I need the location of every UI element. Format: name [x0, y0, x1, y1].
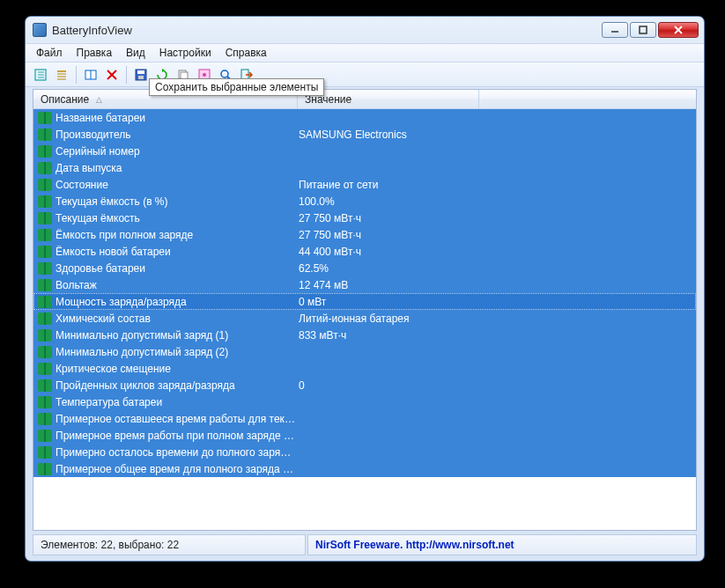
toolbar-properties-icon[interactable] [81, 65, 100, 85]
menu-options[interactable]: Настройки [152, 45, 218, 61]
row-description: Минимально допустимый заряд (2) [55, 346, 299, 358]
row-value: Питание от сети [299, 179, 475, 191]
toolbar-view-list-icon[interactable] [52, 65, 71, 85]
menu-file[interactable]: Файл [29, 45, 70, 61]
sort-indicator-icon: △ [96, 95, 102, 104]
table-row[interactable]: Серийный номер [33, 143, 696, 159]
list-body[interactable]: Название батареиПроизводительSAMSUNG Ele… [33, 109, 696, 530]
row-description: Название батареи [55, 112, 299, 124]
toolbar-separator [76, 66, 77, 84]
svg-rect-18 [138, 76, 144, 79]
row-value: 27 750 мВт·ч [299, 229, 475, 241]
app-icon [33, 23, 47, 37]
table-row[interactable]: Химический составЛитий-ионная батарея [33, 310, 696, 327]
battery-icon [38, 112, 52, 124]
menu-bar: Файл Правка Вид Настройки Справка [26, 43, 704, 62]
row-description: Температура батареи [55, 396, 299, 408]
battery-icon [38, 346, 52, 358]
row-value: 12 474 мВ [299, 279, 475, 291]
battery-icon [38, 296, 52, 308]
close-button[interactable] [658, 22, 699, 38]
row-description: Состояние [55, 179, 299, 191]
battery-icon [38, 413, 52, 425]
table-row[interactable]: Примерное оставшееся время работы для те… [33, 410, 696, 427]
table-row[interactable]: Ёмкость новой батареи44 400 мВт·ч [33, 243, 696, 260]
table-row[interactable]: Температура батареи [33, 393, 696, 410]
row-description: Примерно осталось времени до полного зар… [55, 446, 299, 459]
window-title: BatteryInfoView [52, 24, 602, 37]
battery-icon [38, 430, 52, 442]
row-description: Здоровье батареи [55, 262, 299, 275]
row-value: 0 мВт [299, 296, 475, 308]
row-value: 833 мВт·ч [299, 329, 475, 342]
battery-icon [38, 312, 52, 325]
battery-icon [38, 379, 52, 392]
row-value: 0 [299, 379, 475, 392]
table-row[interactable]: Текущая ёмкость27 750 мВт·ч [33, 209, 696, 226]
battery-icon [38, 162, 52, 174]
row-description: Примерное время работы при полном заряде… [55, 430, 299, 442]
row-description: Мощность заряда/разряда [55, 296, 299, 308]
status-link[interactable]: NirSoft Freeware. http://www.nirsoft.net [307, 534, 697, 555]
svg-rect-17 [137, 70, 144, 74]
table-row[interactable]: ПроизводительSAMSUNG Electronics [33, 126, 696, 143]
title-bar[interactable]: BatteryInfoView [26, 17, 704, 43]
row-description: Примерное общее время для полного заряда… [55, 463, 299, 475]
column-header-label: Описание [41, 93, 89, 106]
svg-point-23 [203, 73, 206, 77]
row-description: Дата выпуска [55, 162, 299, 174]
table-row[interactable]: Название батареи [33, 109, 696, 126]
list-header: Описание △ Значение [33, 90, 696, 109]
battery-icon [38, 329, 52, 342]
row-description: Минимально допустимый заряд (1) [55, 329, 299, 342]
table-row[interactable]: Критическое смещение [33, 360, 696, 377]
battery-icon [38, 279, 52, 291]
table-row[interactable]: Текущая ёмкость (в %)100.0% [33, 193, 696, 209]
row-value: SAMSUNG Electronics [299, 129, 475, 141]
row-description: Примерное оставшееся время работы для те… [55, 413, 299, 425]
row-description: Ёмкость при полном заряде [55, 229, 299, 241]
battery-icon [38, 195, 52, 208]
status-count: Элементов: 22, выбрано: 22 [33, 534, 306, 555]
battery-icon [38, 262, 52, 275]
app-window: BatteryInfoView Файл Правка Вид Настройк… [25, 16, 705, 562]
table-row[interactable]: Дата выпуска [33, 159, 696, 176]
row-description: Серийный номер [55, 145, 299, 158]
list-view[interactable]: Описание △ Значение Название батареиПрои… [33, 89, 697, 531]
battery-icon [38, 463, 52, 475]
table-row[interactable]: Здоровье батареи62.5% [33, 260, 696, 276]
maximize-button[interactable] [630, 22, 656, 38]
menu-help[interactable]: Справка [218, 45, 274, 61]
row-value: Литий-ионная батарея [299, 312, 475, 325]
table-row[interactable]: Минимально допустимый заряд (2) [33, 343, 696, 360]
table-row[interactable]: Вольтаж12 474 мВ [33, 276, 696, 293]
toolbar-save-icon[interactable] [131, 65, 151, 85]
toolbar-view-details-icon[interactable] [31, 65, 50, 85]
tooltip: Сохранить выбранные элементы [149, 78, 324, 96]
svg-point-24 [221, 70, 228, 77]
row-description: Вольтаж [55, 279, 299, 291]
row-description: Пройденных циклов заряда/разряда [55, 379, 299, 392]
battery-icon [38, 129, 52, 141]
row-value: 62.5% [299, 262, 475, 275]
minimize-button[interactable] [602, 22, 628, 38]
svg-rect-1 [640, 26, 647, 33]
row-description: Ёмкость новой батареи [55, 246, 299, 258]
table-row[interactable]: Мощность заряда/разряда0 мВт [33, 293, 696, 310]
table-row[interactable]: Примерное время работы при полном заряде… [33, 427, 696, 444]
table-row[interactable]: Пройденных циклов заряда/разряда0 [33, 377, 696, 393]
battery-icon [38, 363, 52, 375]
menu-edit[interactable]: Правка [70, 45, 120, 61]
column-header-value[interactable]: Значение [298, 90, 479, 108]
table-row[interactable]: Примерное общее время для полного заряда… [33, 460, 696, 477]
table-row[interactable]: Примерно осталось времени до полного зар… [33, 444, 696, 460]
toolbar-delete-icon[interactable] [102, 65, 122, 85]
status-bar: Элементов: 22, выбрано: 22 NirSoft Freew… [33, 534, 697, 555]
row-value: 100.0% [299, 195, 475, 208]
menu-view[interactable]: Вид [119, 45, 152, 61]
table-row[interactable]: Минимально допустимый заряд (1)833 мВт·ч [33, 327, 696, 343]
table-row[interactable]: СостояниеПитание от сети [33, 176, 696, 193]
row-value: 27 750 мВт·ч [299, 212, 475, 224]
table-row[interactable]: Ёмкость при полном заряде27 750 мВт·ч [33, 226, 696, 243]
battery-icon [38, 396, 52, 408]
